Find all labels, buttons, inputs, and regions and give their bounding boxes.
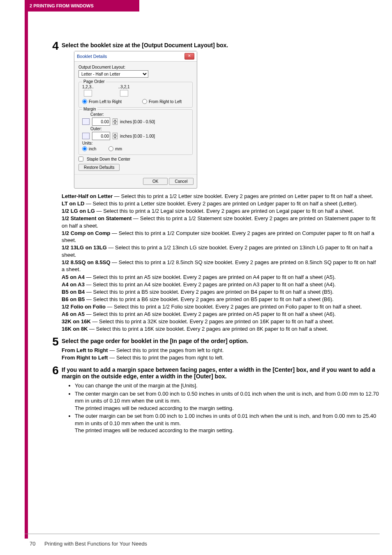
radio-right-input[interactable]	[142, 99, 147, 104]
option-line: 1/2 13LG on 13LG — Select this to print …	[62, 244, 380, 258]
staple-checkbox[interactable]: Staple Down the Center	[78, 157, 193, 161]
option-line: 1/2 LG on LG — Select this to print a 1/…	[62, 207, 380, 215]
close-icon[interactable]: ✕	[184, 53, 194, 60]
odl-label: Output Document Layout:	[78, 65, 193, 69]
outer-margin-input[interactable]	[92, 132, 110, 140]
booklet-ltr-icon	[84, 90, 92, 97]
booklet-rtl-icon	[120, 90, 128, 97]
option-line: LT on LD — Select this to print a Letter…	[62, 200, 380, 207]
page-number: 70	[30, 541, 35, 547]
footer-section: Printing with Best Functions for Your Ne…	[44, 541, 147, 547]
option-line: B5 on B4 — Select this to print a B5 siz…	[62, 288, 380, 296]
dialog-title: Booklet Details	[77, 54, 107, 59]
output-document-layout-select[interactable]: Letter - Half on Letter	[78, 70, 148, 78]
radio-inch[interactable]: inch	[82, 146, 96, 151]
center-margin-icon	[82, 118, 90, 125]
list-item: The center margin can be set from 0.00 i…	[75, 390, 380, 412]
booklet-details-dialog: Booklet Details ✕ Output Document Layout…	[74, 51, 197, 189]
page-footer: 70 Printing with Best Functions for Your…	[30, 541, 147, 547]
center-label: Center:	[90, 112, 189, 117]
outer-spinner[interactable]: ▲▼	[113, 133, 118, 139]
po-left-seq: 1,2,3..	[82, 85, 94, 89]
staple-checkbox-input[interactable]	[78, 157, 83, 161]
option-line: B6 on B5 — Select this to print a B6 siz…	[62, 296, 380, 303]
margin-label: Margin	[82, 107, 97, 111]
chapter-stripe	[25, 0, 28, 539]
radio-left-input[interactable]	[82, 99, 87, 104]
outer-range: inches [0.00 - 1.00]	[120, 134, 155, 138]
option-line: A5 on A4 — Select this to print an A5 si…	[62, 274, 380, 281]
option-line: 32K on 16K — Select this to print a 32K …	[62, 318, 380, 325]
radio-mm-input[interactable]	[108, 146, 113, 151]
outer-margin-icon	[82, 133, 90, 139]
radio-mm[interactable]: mm	[108, 146, 122, 151]
page-order-label: Page Order	[82, 79, 106, 84]
restore-defaults-button[interactable]: Restore Defaults	[78, 164, 120, 171]
radio-from-left[interactable]: From Left to Right	[82, 99, 122, 104]
center-spinner[interactable]: ▲▼	[113, 118, 118, 125]
outer-label: Outer:	[90, 127, 189, 131]
option-line: 1/2 Statement on Statement — Select this…	[62, 215, 380, 229]
center-margin-input[interactable]	[92, 117, 110, 126]
option-line: 1/2 Folio on Folio — Select this to prin…	[62, 303, 380, 311]
center-range: inches [0.00 - 0.50]	[120, 120, 155, 124]
cancel-button[interactable]: Cancel	[169, 178, 194, 185]
step5-heading: Select the page order for booklet in the…	[62, 338, 380, 344]
option-line: 1/2 Comp on Comp — Select this to print …	[62, 230, 380, 244]
step-number-4: 4	[49, 40, 62, 52]
option-line: A4 on A3 — Select this to print an A4 si…	[62, 281, 380, 288]
chapter-header: 2 PRINTING FROM WINDOWS	[25, 0, 139, 12]
list-item: The outer margin can be set from 0.00 in…	[75, 412, 380, 434]
option-line: From Right to Left — Select this to prin…	[62, 354, 380, 362]
option-line: 16K on 8K — Select this to print a 16K s…	[62, 325, 380, 333]
option-line: From Left to Right — Select this to prin…	[62, 347, 380, 354]
radio-inch-input[interactable]	[82, 146, 87, 151]
step4-heading: Select the booklet size at the [Output D…	[62, 42, 380, 48]
list-item: You can change the unit of the margin at…	[75, 382, 380, 389]
radio-from-right[interactable]: From Right to Left	[142, 99, 182, 104]
step-number-5: 5	[49, 336, 62, 348]
option-line: Letter-Half on Letter — Select this to p…	[62, 193, 380, 200]
units-label: Units:	[82, 141, 189, 145]
step6-heading: If you want to add a margin space betwee…	[62, 366, 380, 380]
ok-button[interactable]: OK	[143, 178, 168, 185]
option-line: A6 on A5 — Select this to print an A6 si…	[62, 311, 380, 318]
footer-divider	[25, 534, 380, 534]
option-line: 1/2 8.5SQ on 8.5SQ — Select this to prin…	[62, 259, 380, 273]
step-number-6: 6	[49, 365, 62, 376]
po-right-seq: ..3,2,1	[118, 85, 130, 89]
